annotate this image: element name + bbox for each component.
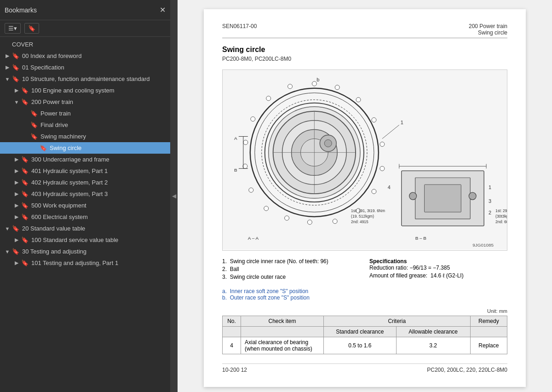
svg-text:B – B: B – B [415, 236, 427, 241]
expand-300[interactable]: ▶ [13, 156, 20, 162]
close-button[interactable]: ✕ [160, 6, 166, 14]
sidebar-item-30[interactable]: ▼🔖30 Testing and adjusting [0, 246, 170, 257]
svg-text:(19. 512kgm): (19. 512kgm) [351, 214, 374, 219]
sidebar-item-pt-finaldrive[interactable]: 🔖Final drive [0, 119, 170, 131]
expand-101test[interactable]: ▶ [13, 260, 20, 266]
description-section: 1. Swing circle inner race (No. of teeth… [222, 258, 507, 301]
expand-200pt[interactable]: ▼ [13, 99, 20, 105]
sidebar-item-200pt[interactable]: ▼🔖200 Power train [0, 96, 170, 108]
spec-title: Specifications [369, 258, 507, 265]
label-600: 600 Electrical system [31, 213, 88, 220]
label-10: 10 Structure, function andmaintenance st… [22, 75, 150, 82]
header-right-top: 200 Power train [469, 23, 507, 29]
svg-point-7 [380, 142, 385, 146]
sidebar-item-100svc[interactable]: ▶🔖100 Standard service value table [0, 234, 170, 246]
expand-401[interactable]: ▶ [13, 168, 20, 174]
svg-point-17 [243, 140, 248, 145]
label-100eng: 100 Engine and cooling system [31, 87, 115, 94]
svg-text:1: 1 [401, 120, 403, 125]
svg-point-4 [335, 85, 339, 90]
svg-text:1st: 191, 3t19. 6Nm: 1st: 191, 3t19. 6Nm [351, 208, 385, 213]
svg-point-29 [324, 140, 332, 147]
svg-point-18 [251, 117, 255, 121]
svg-text:4: 4 [388, 184, 391, 190]
bookmark-icon-01: 🔖 [12, 64, 19, 71]
svg-text:2nd: 6016": 2nd: 6016" [495, 219, 507, 224]
sidebar-item-100eng[interactable]: ▶🔖100 Engine and cooling system [0, 85, 170, 96]
expand-01[interactable]: ▶ [4, 64, 11, 70]
description-right: Specifications Reduction ratio: −96/13 =… [369, 258, 507, 301]
expand-20[interactable]: ▼ [4, 226, 11, 231]
sidebar-item-pt-swingmachinery[interactable]: 🔖Swing machinery [0, 131, 170, 142]
expand-100eng[interactable]: ▶ [13, 87, 20, 93]
sidebar-item-500[interactable]: ▶🔖500 Work equipment [0, 200, 170, 211]
svg-point-11 [333, 219, 337, 224]
sidebar-item-101test[interactable]: ▶🔖101 Testing and adjusting, Part 1 [0, 257, 170, 269]
sidebar-tree[interactable]: COVER▶🔖00 Index and foreword▶🔖01 Specifi… [0, 37, 170, 392]
expand-403[interactable]: ▶ [13, 191, 20, 197]
label-300: 300 Undercarriage and frame [31, 156, 109, 163]
bookmark-icon-20: 🔖 [12, 225, 19, 232]
th-remedy: Remedy [470, 316, 507, 326]
sidebar-item-300[interactable]: ▶🔖300 Undercarriage and frame [0, 154, 170, 165]
main-content[interactable]: SEN06117-00 200 Power train Swing circle… [178, 0, 552, 392]
bookmark-icon-pt-swingmachinery: 🔖 [30, 133, 38, 140]
expand-600[interactable]: ▶ [13, 214, 20, 220]
bookmark-icon-200pt: 🔖 [21, 98, 29, 105]
th-check-item: Check item [241, 316, 324, 326]
sidebar-item-cover[interactable]: COVER [0, 39, 170, 50]
desc-item-3: 3. Swing circle outer race [222, 274, 360, 280]
label-00: 00 Index and foreword [22, 52, 81, 59]
svg-rect-43 [425, 184, 461, 212]
spec-grease: Amount of filled grease: 14.6 ℓ (G2-LI) [369, 272, 507, 279]
bookmark-icon-pt-finaldrive: 🔖 [30, 121, 38, 128]
list-view-button[interactable]: ☰▾ [5, 23, 21, 34]
svg-text:A: A [234, 136, 237, 141]
label-402: 402 Hydraulic system, Part 2 [31, 179, 108, 186]
header-left: SEN06117-00 [222, 23, 257, 36]
svg-point-44 [409, 192, 417, 200]
expand-100svc[interactable]: ▶ [13, 237, 20, 243]
bookmark-icon-403: 🔖 [21, 190, 29, 197]
th-remedy-sub [470, 326, 507, 337]
desc-item-2: 2. Ball [222, 266, 360, 272]
bookmark-icon-100eng: 🔖 [21, 87, 29, 94]
sidebar-item-600[interactable]: ▶🔖600 Electrical system [0, 211, 170, 223]
document-subtitle: PC200-8M0, PC200LC-8M0 [222, 56, 507, 62]
th-allowable: Allowable clearance [396, 326, 470, 337]
header-right-bottom: Swing circle [469, 29, 507, 36]
sidebar-item-pt-powertrain[interactable]: 🔖Power train [0, 108, 170, 119]
sidebar-item-402[interactable]: ▶🔖402 Hydraulic system, Part 2 [0, 177, 170, 188]
expand-10[interactable]: ▼ [4, 76, 11, 82]
page-header: SEN06117-00 200 Power train Swing circle [222, 23, 507, 38]
bookmark-icon-600: 🔖 [21, 213, 29, 220]
expand-500[interactable]: ▶ [13, 202, 20, 208]
bookmark-view-button[interactable]: 🔖 [24, 23, 39, 34]
sidebar-item-20[interactable]: ▼🔖20 Standard value table [0, 223, 170, 234]
sidebar-item-00[interactable]: ▶🔖00 Index and foreword [0, 50, 170, 62]
label-30: 30 Testing and adjusting [22, 248, 86, 255]
sidebar-item-403[interactable]: ▶🔖403 Hydraulic system, Part 3 [0, 188, 170, 200]
svg-text:A – A: A – A [248, 236, 259, 241]
page-wrapper: SEN06117-00 200 Power train Swing circle… [204, 9, 526, 387]
cell-standard: 0.5 to 1.6 [324, 337, 397, 354]
label-500: 500 Work equipment [31, 202, 86, 209]
svg-text:B: B [234, 167, 237, 173]
collapse-sidebar-button[interactable]: ◀ [170, 0, 178, 392]
svg-point-12 [307, 220, 312, 225]
sidebar-item-10[interactable]: ▼🔖10 Structure, function andmaintenance … [0, 73, 170, 85]
expand-402[interactable]: ▶ [13, 179, 20, 185]
expand-00[interactable]: ▶ [4, 53, 11, 59]
sidebar-item-01[interactable]: ▶🔖01 Specification [0, 62, 170, 73]
expand-30[interactable]: ▼ [4, 249, 11, 254]
header-right: 200 Power train Swing circle [469, 23, 507, 36]
sidebar-header: Bookmarks ✕ [0, 0, 170, 20]
svg-point-15 [249, 188, 253, 192]
sidebar-item-401[interactable]: ▶🔖401 Hydraulic system, Part 1 [0, 165, 170, 177]
sidebar-item-pt-swingcircle[interactable]: 🔖Swing circle [0, 142, 170, 154]
svg-point-14 [264, 206, 269, 211]
desc-note-b: b. Outer race soft zone "S" position [222, 294, 360, 301]
label-100svc: 100 Standard service value table [31, 236, 118, 243]
document-title: Swing circle [222, 46, 507, 54]
label-403: 403 Hydraulic system, Part 3 [31, 190, 108, 197]
